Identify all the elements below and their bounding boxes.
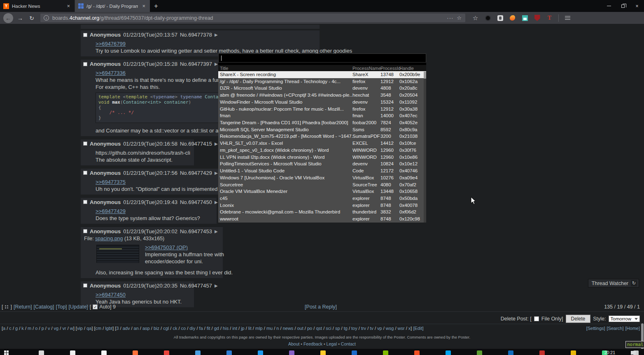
board-link-asp[interactable]: asp	[142, 326, 150, 331]
board-link-wsr[interactable]: wsr	[398, 326, 405, 331]
board-link-gd[interactable]: gd	[214, 326, 219, 331]
taskbar-clock[interactable]: 20:21	[604, 350, 615, 355]
board-link-vp[interactable]: vp	[377, 326, 382, 331]
window-list-row[interactable]: c45explorer87480x50bda	[218, 195, 426, 202]
window-list-row[interactable]: PollingTimeoutServices - Microsoft Visua…	[218, 160, 426, 167]
post-number[interactable]: No.69477450	[180, 199, 212, 205]
window-list-row[interactable]: wwwrootexplorer87480x120c98	[218, 216, 426, 223]
board-link-x[interactable]: x	[408, 326, 411, 331]
window-list-row[interactable]: Windows 7 [Uruchomiona] - Oracle VM Virt…	[218, 174, 426, 181]
browser-tab-1[interactable]: /g/ - /dpt/ - Daily Programmin×	[75, 0, 150, 12]
taskbar-icon[interactable]	[320, 350, 326, 355]
board-link-w[interactable]: w	[70, 326, 73, 331]
window-list-scrollbar[interactable]	[424, 72, 426, 223]
taskbar-icon[interactable]	[414, 350, 420, 355]
reload-button[interactable]: ↻	[27, 15, 36, 21]
board-link-ck[interactable]: ck	[173, 326, 177, 331]
window-list-row[interactable]: DZR - Microsoft Visual Studiodevenv48080…	[218, 85, 426, 92]
board-link-jp[interactable]: jp	[241, 326, 245, 331]
library-icon[interactable]: ☆	[472, 14, 479, 21]
url-bar[interactable]: i boards.4channel.org/g/thread/69475037/…	[40, 14, 465, 22]
file-link[interactable]: spacing.png	[95, 236, 123, 241]
post-menu-arrow-icon[interactable]: ▶	[215, 283, 218, 288]
board-link-adv[interactable]: adv	[123, 326, 130, 331]
post-menu-arrow-icon[interactable]: ▶	[215, 62, 218, 66]
window-list-row[interactable]: fmanfman140000x407ec	[218, 112, 426, 119]
file-only-checkbox[interactable]	[534, 316, 539, 321]
bookmark-star-icon[interactable]: ☆	[457, 15, 462, 21]
board-link-co[interactable]: co	[181, 326, 186, 331]
window-finder-search-input[interactable]	[218, 53, 426, 63]
footer-link-about[interactable]: About	[288, 341, 299, 346]
post-number[interactable]: No.69477457	[180, 283, 212, 289]
post-checkbox[interactable]	[83, 283, 87, 288]
taskbar-icon[interactable]	[539, 350, 545, 355]
post-number[interactable]: No.69477397	[180, 61, 212, 67]
taskbar-icon[interactable]	[133, 350, 138, 355]
post-number[interactable]: No.69477415	[180, 141, 212, 147]
taskbar-icon[interactable]	[226, 350, 232, 355]
board-link-diy[interactable]: diy	[189, 326, 195, 331]
post-menu-arrow-icon[interactable]: ▶	[215, 142, 218, 146]
post-menu-arrow-icon[interactable]: ▶	[215, 229, 218, 234]
tampermonkey-icon[interactable]: T	[546, 14, 553, 21]
board-link-toy[interactable]: toy	[351, 326, 357, 331]
board-link-v[interactable]: v	[48, 326, 50, 331]
post-checkbox[interactable]	[83, 142, 87, 146]
board-link-k[interactable]: k	[21, 326, 24, 331]
window-list-row[interactable]: VHLR_SLT_v0.07.xlsx - ExcelEXCEL144120x1…	[218, 140, 426, 147]
window-list-row[interactable]: Tangerine Dream - [Phaedra CD1 #01] Phae…	[218, 119, 426, 126]
post-number[interactable]: No.69477429	[180, 170, 212, 176]
close-button[interactable]: ×	[630, 0, 644, 12]
board-link-lgbt[interactable]: lgbt	[105, 326, 112, 331]
quote-link[interactable]: >>69477429	[96, 208, 212, 215]
board-link-news[interactable]: news	[283, 326, 294, 331]
taskbar-icon[interactable]	[477, 350, 482, 355]
board-link-qst[interactable]: qst	[316, 326, 322, 331]
window-list-row[interactable]: abm @ freenode / ##windows (+CPcnptjf 3:…	[218, 92, 426, 99]
window-list-row[interactable]: WindowFinder - Microsoft Visual Studiode…	[218, 99, 426, 106]
window-list-row[interactable]: SourcetreeSourceTree40800x70af2	[218, 181, 426, 188]
taskbar-icon[interactable]	[101, 350, 107, 355]
page-actions-icon[interactable]: ···	[447, 15, 453, 21]
board-link-fa[interactable]: fa	[199, 326, 203, 331]
window-list-row[interactable]: rm_pkof_spec_v0_1.docx (Widok chroniony)…	[218, 147, 426, 154]
board-link-o[interactable]: o	[35, 326, 37, 331]
board-link-wsg[interactable]: wsg	[386, 326, 394, 331]
taskbar-icon[interactable]	[571, 350, 576, 355]
delete-button[interactable]: Delete	[566, 315, 591, 323]
board-link-lit[interactable]: lit	[248, 326, 252, 331]
board-link-cgl[interactable]: cgl	[163, 326, 169, 331]
quote-link[interactable]: >>69476799	[96, 40, 315, 47]
taskbar-icon[interactable]	[70, 350, 75, 355]
post-menu-arrow-icon[interactable]: ▶	[215, 32, 218, 37]
tab-close-icon[interactable]: ×	[65, 3, 71, 9]
footer-settings-link[interactable]: [Settings]	[586, 326, 605, 331]
post-menu-arrow-icon[interactable]: ▶	[215, 200, 218, 204]
back-button[interactable]: ←	[3, 13, 13, 23]
board-link-3[interactable]: 3	[116, 326, 119, 331]
board-link-qa[interactable]: qa	[86, 326, 91, 331]
taskbar-icon[interactable]	[195, 350, 201, 355]
board-link-his[interactable]: his	[223, 326, 229, 331]
board-link-a[interactable]: a	[3, 326, 5, 331]
tab-close-icon[interactable]: ×	[141, 3, 147, 9]
quote-link[interactable]: >>69477450	[96, 291, 190, 298]
hamburger-menu-icon[interactable]	[564, 14, 571, 21]
window-list-row[interactable]: Oracle VM VirtualBox MenedżerVirtualBox1…	[218, 188, 426, 195]
taskbar-icon[interactable]	[352, 350, 357, 355]
code-screenshot-thumbnail[interactable]	[96, 245, 139, 263]
post-checkbox[interactable]	[83, 171, 87, 175]
extension-icon[interactable]	[497, 14, 504, 21]
board-link-vip[interactable]: vip	[77, 326, 83, 331]
window-list-row[interactable]: GitHub - nukeop/nuclear: Popcorn Time fo…	[218, 106, 426, 113]
refresh-icon[interactable]: ↻	[631, 280, 637, 286]
board-link-fit[interactable]: fit	[207, 326, 210, 331]
taskbar-icon[interactable]	[289, 350, 294, 355]
ublock-icon[interactable]	[534, 14, 541, 21]
post-a-reply[interactable]: [Post a Reply]	[305, 304, 337, 310]
post-menu-arrow-icon[interactable]: ▶	[215, 171, 218, 175]
post-checkbox[interactable]	[83, 62, 87, 66]
window-list-row[interactable]: /g/ - /dpt/ - Daily Programming Thread -…	[218, 78, 426, 85]
window-list-row[interactable]: Odebrane - mcowiecki@gmail.com – Mozilla…	[218, 209, 426, 216]
